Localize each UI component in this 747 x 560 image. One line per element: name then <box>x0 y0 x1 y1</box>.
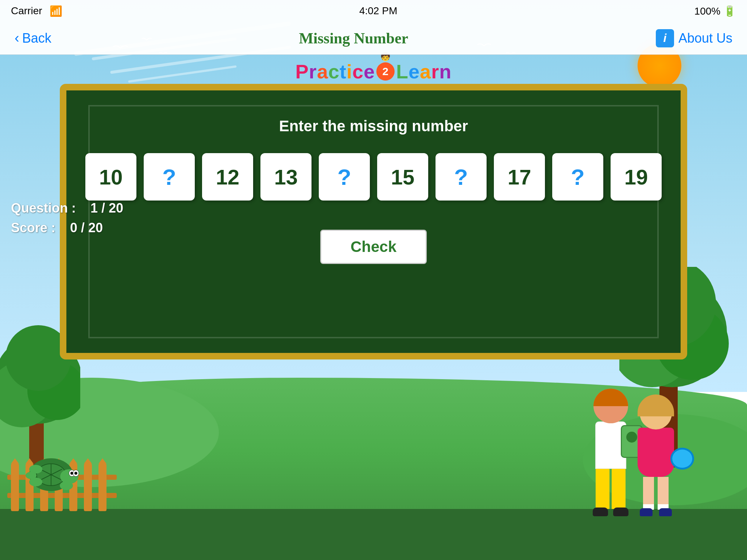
battery-icon: 🔋 <box>723 5 736 17</box>
check-button[interactable]: Check <box>320 230 427 264</box>
boy-leg-left <box>596 469 609 509</box>
boy-shoe-right <box>613 508 628 516</box>
boy-leg-right <box>612 469 626 509</box>
logo-e2: e <box>409 60 420 83</box>
svg-point-24 <box>74 472 77 475</box>
about-us-label: About Us <box>678 31 732 46</box>
girl-character <box>638 397 674 516</box>
boy-shoes <box>593 508 628 516</box>
boy-legs <box>596 469 626 509</box>
logo-c2: c <box>352 60 364 83</box>
svg-point-27 <box>60 481 73 490</box>
logo-t: t <box>340 60 347 83</box>
logo-a: a <box>317 60 328 83</box>
tile-3: 13 <box>260 153 311 201</box>
score-value: 0 / 20 <box>70 220 103 235</box>
tile-0: 10 <box>85 153 136 201</box>
girl-head <box>640 397 672 429</box>
logo-2-badge: 🧒 2 <box>376 62 395 81</box>
svg-point-28 <box>26 472 36 479</box>
tile-2: 12 <box>202 153 253 201</box>
logo-a2: a <box>420 60 431 83</box>
logo-r: r <box>309 60 317 83</box>
nav-title: Missing Number <box>299 30 408 47</box>
girl-shoe-right <box>659 508 672 516</box>
back-label: Back <box>22 31 51 46</box>
status-left: Carrier 📶 <box>11 5 62 17</box>
svg-marker-38 <box>11 458 19 464</box>
girl-shoe-left <box>640 508 653 516</box>
tile-8-missing[interactable]: ? <box>552 153 603 201</box>
logo-i: i <box>347 60 352 83</box>
battery-text: 100% <box>694 5 721 17</box>
score-display: Score : 0 / 20 <box>11 220 123 236</box>
question-label: Question : <box>11 201 76 215</box>
nav-bar: ‹ Back Missing Number i About Us <box>0 22 747 55</box>
about-us-button[interactable]: i About Us <box>656 29 732 47</box>
logo-p: P <box>295 60 309 83</box>
question-display: Question : 1 / 20 <box>11 201 123 216</box>
time-display: 4:02 PM <box>359 5 397 17</box>
chalkboard-inner: Enter the missing number 10 ? 12 13 ? 15… <box>88 105 659 338</box>
girl-bag <box>670 448 694 470</box>
logo-l: L <box>396 60 409 83</box>
boy-body-group <box>595 423 626 469</box>
tile-4-missing[interactable]: ? <box>319 153 370 201</box>
girl-shoes <box>640 508 672 516</box>
girl-legs <box>643 477 669 510</box>
girl-dress <box>638 428 674 477</box>
boy-shoe-left <box>593 508 608 516</box>
logo-r2: r <box>431 60 439 83</box>
battery-display: 100% 🔋 <box>694 5 736 17</box>
svg-rect-36 <box>84 464 92 511</box>
svg-rect-37 <box>98 464 107 511</box>
status-bar: Carrier 📶 4:02 PM 100% 🔋 <box>0 0 747 22</box>
back-button[interactable]: ‹ Back <box>15 30 51 46</box>
tile-1-missing[interactable]: ? <box>144 153 195 201</box>
score-panel: Question : 1 / 20 Score : 0 / 20 <box>11 201 123 236</box>
logo-c: c <box>328 60 340 83</box>
backpack-circle <box>626 432 637 443</box>
tile-9: 19 <box>611 153 662 201</box>
ground-strip <box>0 509 747 560</box>
boy-hair <box>593 389 628 406</box>
svg-rect-31 <box>11 464 19 511</box>
number-tiles-row: 10 ? 12 13 ? 15 ? 17 ? 19 <box>85 153 662 201</box>
turtle-character <box>22 449 80 498</box>
girl-leg-right <box>658 477 669 510</box>
girl-hair <box>638 394 674 416</box>
back-chevron-icon: ‹ <box>15 30 19 46</box>
wifi-icon: 📶 <box>50 5 62 17</box>
boy-character <box>593 389 628 516</box>
tile-7: 17 <box>494 153 545 201</box>
info-icon: i <box>656 29 674 47</box>
info-icon-label: i <box>663 31 666 45</box>
score-label: Score : <box>11 220 55 235</box>
logo-n: n <box>439 60 452 83</box>
question-value: 1 / 20 <box>90 201 123 215</box>
girl-leg-left <box>643 477 654 510</box>
tile-5: 15 <box>377 153 428 201</box>
instruction-text: Enter the missing number <box>279 117 468 135</box>
logo-e: e <box>364 60 375 83</box>
carrier-text: Carrier <box>11 5 42 17</box>
svg-marker-44 <box>98 458 107 464</box>
chalkboard: Enter the missing number 10 ? 12 13 ? 15… <box>60 84 687 359</box>
boy-head <box>593 389 628 423</box>
svg-marker-43 <box>84 458 92 464</box>
tile-6-missing[interactable]: ? <box>436 153 487 201</box>
children-group <box>593 389 674 516</box>
app-logo: P r a c t i c e 🧒 2 L e a r n <box>295 60 452 83</box>
